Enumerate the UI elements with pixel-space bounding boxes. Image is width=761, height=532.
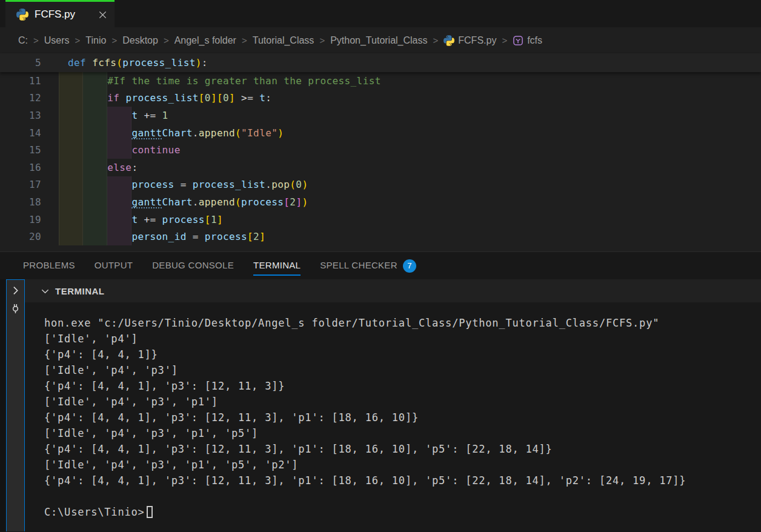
- terminal-section-header[interactable]: TERMINAL: [25, 279, 761, 302]
- code-editor[interactable]: 5 def fcfs(process_list): 11 #If the tim…: [0, 53, 761, 251]
- code-line-content: t += 1: [59, 107, 761, 124]
- code-token: ): [277, 127, 284, 139]
- code-token: =: [174, 179, 193, 190]
- terminal-cursor: [147, 506, 153, 518]
- code-token: 2: [253, 231, 259, 242]
- code-token: ]: [296, 196, 302, 208]
- code-lines: 11 #If the time is greater than the proc…: [0, 72, 761, 245]
- panel-tab-problems[interactable]: PROBLEMS: [13, 252, 85, 279]
- line-number: 11: [0, 75, 41, 87]
- plug-icon[interactable]: [10, 304, 21, 314]
- code-token: +=: [138, 214, 162, 225]
- close-icon[interactable]: [98, 10, 107, 19]
- sticky-scroll-line[interactable]: 5 def fcfs(process_list):: [0, 53, 761, 72]
- code-token: t: [131, 110, 138, 121]
- line-number: 17: [0, 179, 41, 190]
- terminal-output[interactable]: hon.exe "c:/Users/Tinio/Desktop/Angel_s …: [25, 302, 761, 531]
- terminal-line: ['Idle', 'p4', 'p3', 'p1', 'p5']: [44, 427, 761, 443]
- breadcrumb-label: Angel_s folder: [174, 35, 236, 46]
- code-line[interactable]: 18 ganttChart.append(process[2]): [0, 193, 761, 211]
- code-line[interactable]: 19 t += process[1]: [0, 211, 761, 228]
- code-text: t += process[1]: [59, 214, 223, 225]
- code-token: (: [116, 57, 122, 68]
- terminal-prompt: C:\Users\Tinio>: [44, 506, 145, 518]
- panel-tab-bar: PROBLEMSOUTPUTDEBUG CONSOLETERMINALSPELL…: [0, 252, 761, 279]
- panel-tab-output[interactable]: OUTPUT: [85, 252, 142, 279]
- terminal-prompt-line: C:\Users\Tinio>: [44, 506, 761, 522]
- panel-tab-terminal[interactable]: TERMINAL: [244, 252, 310, 279]
- code-line[interactable]: 12 if process_list[0][0] >= t:: [0, 90, 761, 107]
- line-number: 15: [0, 144, 41, 156]
- code-token: gantt: [131, 127, 162, 139]
- code-token: [59, 144, 131, 156]
- code-token: else: [107, 162, 131, 173]
- panel-tab-label: DEBUG CONSOLE: [152, 256, 234, 276]
- spell-checker-badge: 7: [403, 259, 416, 273]
- code-token: (: [290, 179, 296, 190]
- terminal-line: ['Idle', 'p4', 'p3', 'p1']: [44, 396, 761, 411]
- breadcrumb-item-fcfs-py[interactable]: FCFS.py: [444, 35, 496, 46]
- code-token: +=: [138, 110, 162, 121]
- code-token: [59, 231, 131, 242]
- code-token: [59, 110, 131, 121]
- code-token: [: [284, 196, 290, 208]
- code-line[interactable]: 14 ganttChart.append("Idle"): [0, 124, 761, 142]
- panel-side-strip: [6, 279, 25, 531]
- code-token: [59, 127, 131, 139]
- code-token: def: [68, 57, 86, 68]
- code-token: t: [259, 92, 265, 104]
- code-token: append: [199, 127, 235, 139]
- breadcrumb-label: Python_Tutorial_Class: [330, 35, 427, 46]
- terminal-line: ['Idle', 'p4', 'p3']: [44, 364, 761, 380]
- terminal-line: hon.exe "c:/Users/Tinio/Desktop/Angel_s …: [44, 317, 761, 333]
- code-token: (: [235, 196, 241, 208]
- breadcrumb-item-angel-s-folder[interactable]: Angel_s folder: [174, 35, 236, 46]
- panel-body: TERMINAL hon.exe "c:/Users/Tinio/Desktop…: [0, 279, 761, 531]
- sticky-line-number: 5: [0, 57, 41, 68]
- code-line[interactable]: 11 #If the time is greater than the proc…: [0, 72, 761, 90]
- code-line[interactable]: 20 person_id = process[2]: [0, 228, 761, 245]
- code-token: .: [193, 196, 199, 208]
- code-token: Chart: [162, 196, 193, 208]
- chevron-down-icon[interactable]: [41, 287, 50, 296]
- code-line[interactable]: 16 else:: [0, 159, 761, 176]
- panel-left-gap: [0, 279, 6, 531]
- breadcrumb-item-tinio[interactable]: Tinio: [85, 35, 106, 46]
- breadcrumb-separator-icon: >: [502, 35, 507, 45]
- code-text: #If the time is greater than the process…: [59, 75, 381, 87]
- breadcrumb-separator-icon: >: [111, 35, 117, 45]
- code-text: t += 1: [59, 110, 168, 121]
- code-line[interactable]: 15 continue: [0, 141, 761, 159]
- breadcrumb-item-desktop[interactable]: Desktop: [122, 35, 158, 46]
- breadcrumb-item-tutorial-class[interactable]: Tutorial_Class: [253, 35, 314, 46]
- breadcrumb-item-python-tutorial-class[interactable]: Python_Tutorial_Class: [330, 35, 427, 46]
- code-text: continue: [59, 144, 181, 156]
- terminal-line: ['Idle', 'p4']: [44, 333, 761, 348]
- code-line[interactable]: 13 t += 1: [0, 107, 761, 124]
- code-token: gantt: [131, 196, 162, 208]
- code-line[interactable]: 17 process = process_list.pop(0): [0, 176, 761, 194]
- breadcrumb-item-c-[interactable]: C:: [18, 35, 28, 46]
- code-token: .: [193, 127, 199, 139]
- chevron-right-icon[interactable]: [10, 285, 21, 296]
- code-token: ): [302, 179, 308, 190]
- code-text: else:: [59, 162, 138, 173]
- breadcrumb-separator-icon: >: [319, 35, 325, 45]
- code-line-content: continue: [59, 141, 761, 159]
- code-token: 0: [223, 92, 229, 104]
- tab-fcfs-py[interactable]: FCFS.py: [5, 0, 115, 27]
- breadcrumb-label: Users: [44, 35, 70, 46]
- terminal-section-label: TERMINAL: [55, 286, 105, 296]
- breadcrumb-item-users[interactable]: Users: [44, 35, 70, 46]
- terminal-line: [44, 490, 761, 506]
- breadcrumb-item-fcfs[interactable]: fcfs: [513, 35, 542, 46]
- code-token: ): [302, 196, 308, 208]
- code-line-content: person_id = process[2]: [59, 228, 761, 245]
- panel-tab-debug-console[interactable]: DEBUG CONSOLE: [142, 252, 244, 279]
- panel-tab-spell-checker[interactable]: SPELL CHECKER7: [310, 252, 426, 279]
- line-number: 12: [0, 92, 41, 104]
- code-token: process: [162, 214, 205, 225]
- breadcrumb-separator-icon: >: [242, 35, 247, 45]
- terminal-line: {'p4': [4, 4, 1], 'p3': [12, 11, 3], 'p1…: [44, 474, 761, 490]
- code-text: ganttChart.append(process[2]): [59, 196, 308, 208]
